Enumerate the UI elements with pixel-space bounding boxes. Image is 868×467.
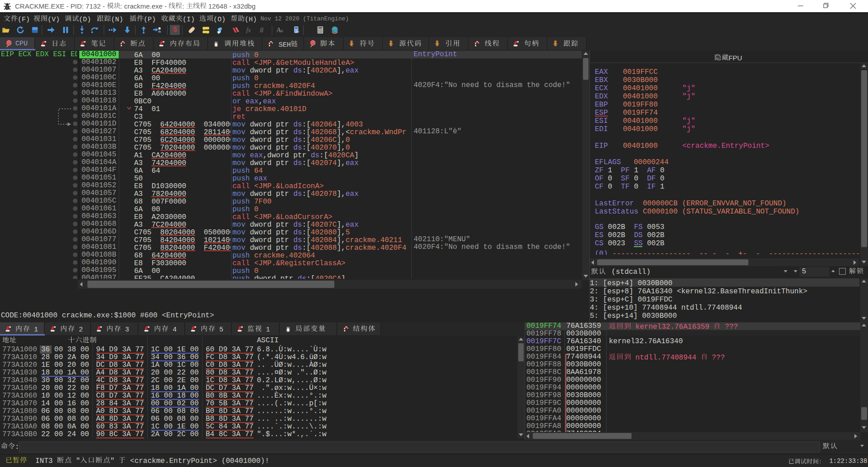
svg-text:z: z <box>281 28 283 33</box>
svg-text:fx: fx <box>246 26 251 34</box>
svg-text:#: # <box>260 26 264 34</box>
